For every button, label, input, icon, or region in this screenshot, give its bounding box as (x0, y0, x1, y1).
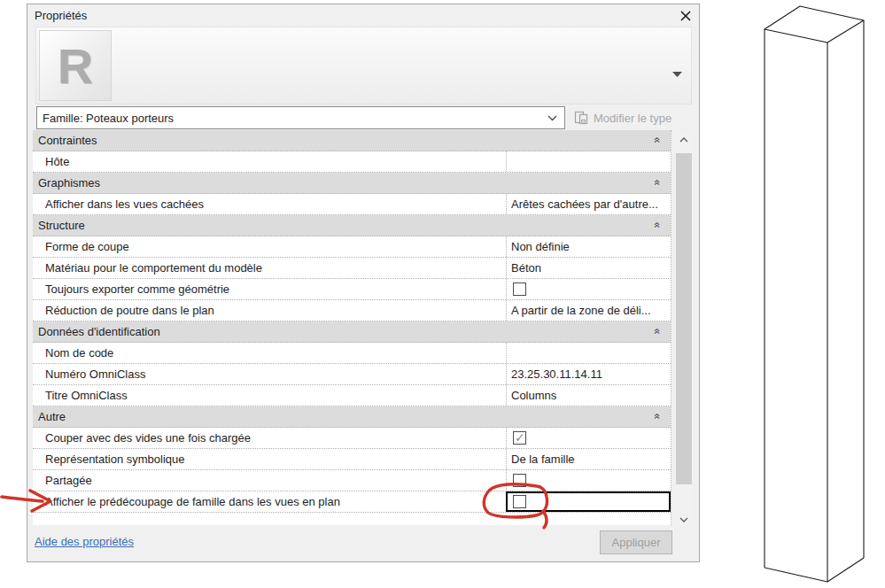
triangle-down-icon (672, 72, 682, 77)
property-label: Représentation symbolique (33, 449, 506, 469)
family-preview-image: R (39, 30, 112, 101)
checkbox[interactable] (513, 431, 526, 445)
properties-table: Contraintes«HôteGraphismes«Afficher dans… (33, 130, 672, 525)
property-row[interactable]: Forme de coupeNon définie (33, 236, 671, 258)
property-value-cell[interactable]: A partir de la zone de déli... (506, 300, 671, 321)
property-value-cell[interactable]: De la famille (506, 449, 671, 469)
section-row[interactable]: Autre« (33, 406, 671, 428)
chevron-down-icon (679, 517, 688, 522)
property-label: Numéro OmniClass (33, 364, 506, 384)
type-preview-pane[interactable]: R (35, 27, 692, 104)
section-row[interactable]: Données d'identification« (33, 321, 671, 343)
property-label: Nom de code (33, 343, 506, 363)
dialog-title: Propriétés (27, 9, 87, 22)
section-row[interactable]: Contraintes« (33, 130, 671, 151)
section-label: Données d'identification (38, 325, 160, 338)
property-row[interactable]: Réduction de poutre dans le planA partir… (33, 300, 671, 321)
property-row[interactable]: Nom de code (33, 343, 671, 364)
property-label: Matériau pour le comportement du modèle (33, 258, 506, 278)
property-value-cell[interactable] (506, 343, 671, 363)
chevron-down-icon (547, 115, 557, 121)
scroll-up-button[interactable] (675, 132, 693, 147)
dialog-footer: Aide des propriétés Appliquer (27, 525, 699, 561)
preview-dropdown-arrow[interactable] (672, 65, 682, 81)
property-row[interactable]: Partagée (33, 470, 671, 491)
property-row[interactable]: Titre OmniClassColumns (33, 385, 671, 406)
double-chevron-up-icon[interactable]: « (653, 414, 664, 420)
property-label: Titre OmniClass (33, 385, 506, 406)
property-label: Toujours exporter comme géométrie (33, 279, 506, 299)
property-value-cell[interactable] (506, 470, 671, 491)
property-row[interactable]: Afficher dans les vues cachéesArêtes cac… (33, 194, 671, 215)
section-label: Contraintes (38, 134, 97, 147)
checkbox[interactable] (513, 282, 526, 296)
double-chevron-up-icon[interactable]: « (653, 329, 664, 335)
checkbox[interactable] (513, 495, 526, 508)
property-label: Afficher le prédécoupage de famille dans… (33, 491, 506, 512)
apply-button[interactable]: Appliquer (600, 530, 672, 554)
family-selector[interactable]: Famille: Poteaux porteurs (36, 106, 565, 129)
property-value-cell[interactable]: Arêtes cachées par d'autre... (506, 194, 671, 214)
close-button[interactable] (679, 9, 693, 23)
type-properties-icon (574, 111, 588, 125)
property-value-cell[interactable]: Non définie (506, 236, 671, 257)
property-value-cell[interactable] (506, 428, 671, 448)
property-label: Forme de coupe (33, 236, 506, 257)
property-label: Hôte (33, 151, 506, 172)
chevron-up-icon (679, 137, 688, 143)
section-row[interactable]: Structure« (33, 215, 671, 236)
section-label: Autre (38, 410, 66, 423)
property-label: Partagée (33, 470, 506, 491)
property-label: Réduction de poutre dans le plan (33, 300, 506, 321)
scrollbar-thumb[interactable] (676, 153, 692, 484)
scrollbar[interactable] (675, 132, 693, 527)
property-row[interactable]: Matériau pour le comportement du modèleB… (33, 258, 671, 279)
property-row[interactable]: Toujours exporter comme géométrie (33, 279, 671, 300)
double-chevron-up-icon[interactable]: « (653, 137, 664, 143)
property-row[interactable]: Représentation symboliqueDe la famille (33, 449, 671, 470)
double-chevron-up-icon[interactable]: « (653, 222, 664, 228)
property-value-cell[interactable] (506, 279, 671, 299)
property-row[interactable]: Couper avec des vides une fois chargée (33, 428, 671, 449)
double-chevron-up-icon[interactable]: « (653, 180, 664, 186)
property-row[interactable]: Numéro OmniClass23.25.30.11.14.11 (33, 364, 671, 385)
dialog-titlebar[interactable]: Propriétés (27, 4, 699, 26)
modify-type-label: Modifier le type (594, 112, 672, 125)
property-value-cell[interactable]: Béton (506, 258, 671, 278)
revit-logo: R (58, 37, 93, 95)
property-label: Couper avec des vides une fois chargée (33, 428, 506, 448)
column-top-face (765, 6, 864, 43)
modify-type-button[interactable]: Modifier le type (574, 106, 698, 129)
checkbox[interactable] (513, 474, 526, 487)
property-row[interactable]: Hôte (33, 151, 671, 173)
properties-dialog: Propriétés R Famille: Poteaux porteurs (27, 4, 700, 562)
property-value-cell[interactable] (506, 151, 671, 172)
property-value-cell[interactable]: Columns (506, 385, 671, 406)
section-label: Graphismes (38, 176, 100, 190)
section-row[interactable]: Graphismes« (33, 173, 671, 194)
property-row[interactable]: Afficher le prédécoupage de famille dans… (33, 491, 671, 513)
properties-help-link[interactable]: Aide des propriétés (35, 535, 134, 548)
close-icon (680, 11, 691, 21)
section-label: Structure (38, 219, 85, 232)
property-label: Afficher dans les vues cachées (33, 194, 506, 214)
property-value-cell[interactable]: 23.25.30.11.14.11 (506, 364, 671, 384)
property-value-cell[interactable] (506, 491, 671, 512)
family-selector-value: Famille: Poteaux porteurs (43, 112, 547, 125)
